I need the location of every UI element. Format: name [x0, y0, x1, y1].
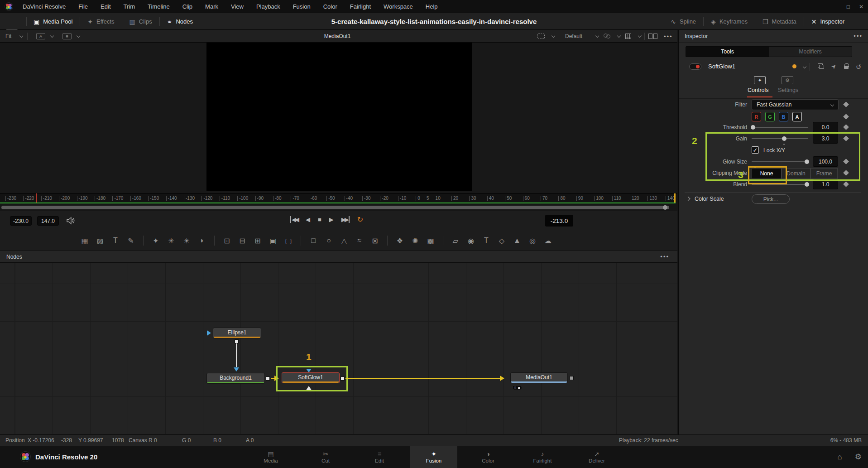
subtab-settings[interactable]: Settings	[778, 87, 798, 93]
inspector-options-menu[interactable]: •••	[854, 33, 863, 39]
page-tab-media[interactable]: ▤Media	[247, 446, 294, 468]
clipping-none-button[interactable]: None	[752, 168, 782, 179]
menu-clip[interactable]: Clip	[176, 0, 199, 13]
go-to-end-button[interactable]: ▶▶	[341, 216, 350, 223]
fastnoise-tool-icon[interactable]: ▨	[94, 235, 106, 246]
crop-tool-icon[interactable]: ▣	[267, 235, 279, 246]
rectangle-mask-icon[interactable]: □	[307, 235, 319, 246]
keyframe-diamond-icon[interactable]	[843, 101, 849, 107]
scrollbar-thumb[interactable]	[1, 206, 669, 209]
paint-tool-icon[interactable]: ✎	[125, 235, 137, 246]
close-button[interactable]: ✕	[859, 4, 863, 10]
solo-view-button[interactable]: ■	[62, 33, 72, 39]
keyframe-diamond-icon[interactable]	[843, 159, 849, 164]
page-tab-fairlight[interactable]: ♪Fairlight	[519, 446, 566, 468]
glow-tool-icon[interactable]: ❖	[394, 235, 406, 246]
page-tab-cut[interactable]: ✂Cut	[302, 446, 349, 468]
transform-tool-icon[interactable]: ⊡	[221, 235, 233, 246]
pmerge-tool-icon[interactable]: ◗	[196, 235, 208, 246]
pemitter-tool-icon[interactable]: ✳	[165, 235, 177, 246]
viewer-options-menu[interactable]: •••	[664, 33, 673, 40]
slider-thumb[interactable]	[782, 136, 786, 141]
node-output-port[interactable]	[570, 376, 574, 380]
gridwarp-tool-icon[interactable]: ▩	[425, 235, 436, 246]
gain-slider[interactable]	[752, 138, 808, 139]
pick-button[interactable]: Pick...	[752, 194, 790, 204]
scrollbar-knob[interactable]	[663, 205, 667, 210]
settings-gear-icon[interactable]: ⚙	[855, 452, 862, 462]
range-end-field[interactable]: 147.0	[37, 216, 59, 226]
lock-xy-checkbox[interactable]: ✓	[752, 146, 759, 154]
menu-view[interactable]: View	[225, 0, 250, 13]
tab-modifiers[interactable]: Modifiers	[769, 47, 852, 57]
lock-icon[interactable]	[844, 66, 849, 69]
menu-mark[interactable]: Mark	[199, 0, 225, 13]
nodes-button[interactable]: ⚭Nodes	[162, 13, 198, 30]
threshold-slider[interactable]	[752, 127, 808, 128]
stop-button[interactable]: ■	[318, 216, 321, 223]
node-ellipse1[interactable]: Ellipse1	[213, 328, 261, 338]
node-softglow1-selected[interactable]: SoftGlow1	[282, 372, 340, 383]
play-button[interactable]: ▶	[329, 216, 334, 223]
bspline-mask-icon[interactable]: ≈	[354, 235, 365, 246]
node-background1[interactable]: Background1	[206, 373, 265, 384]
node-graph[interactable]: Ellipse1 Background1 1 SoftGlow1	[0, 263, 677, 434]
polygon-mask-icon[interactable]: △	[338, 235, 350, 246]
keyframes-button[interactable]: ◈Keyframes	[705, 13, 753, 30]
preset-dropdown[interactable]: Default	[565, 33, 582, 39]
loop-button[interactable]: ↻	[357, 215, 363, 224]
reset-icon[interactable]: ↺	[856, 63, 862, 71]
page-tab-deliver[interactable]: ➚Deliver	[573, 446, 620, 468]
controls-icon[interactable]: ✦	[754, 76, 766, 84]
region-select-icon[interactable]	[537, 34, 545, 39]
menu-fusion[interactable]: Fusion	[287, 0, 317, 13]
menu-edit[interactable]: Edit	[94, 0, 117, 13]
keyframe-diamond-icon[interactable]	[843, 135, 849, 141]
time-ruler[interactable]: -230-220-210-200-190-180-170-160-150-140…	[0, 193, 677, 203]
channel-b-button[interactable]: B	[779, 112, 788, 121]
glow-size-slider[interactable]	[752, 161, 808, 162]
menu-fairlight[interactable]: Fairlight	[344, 0, 377, 13]
minimize-button[interactable]: –	[834, 4, 838, 10]
menu-file[interactable]: File	[72, 0, 94, 13]
home-icon[interactable]: ⌂	[837, 453, 842, 462]
tab-tools[interactable]: Tools	[686, 47, 769, 57]
node-color-dot[interactable]	[792, 64, 796, 68]
keyframe-diamond-icon[interactable]	[843, 170, 849, 176]
spline-button[interactable]: ∿Spline	[665, 13, 701, 30]
prender-tool-icon[interactable]: ☀	[181, 235, 192, 246]
playhead[interactable]	[36, 193, 37, 203]
maximize-button[interactable]: □	[847, 4, 850, 10]
node-mediaout1[interactable]: MediaOut1	[510, 372, 568, 383]
menu-davinci-resolve[interactable]: DaVinci Resolve	[16, 0, 72, 13]
merge3d-tool-icon[interactable]: ◇	[496, 235, 508, 246]
clipping-domain-button[interactable]: Domain	[782, 168, 810, 179]
pin-icon[interactable]: ➤	[830, 62, 838, 70]
glow-size-value[interactable]: 100.0	[813, 156, 838, 167]
color-controls-icon[interactable]	[604, 34, 611, 39]
ellipse-mask-icon[interactable]: ○	[323, 235, 335, 246]
channel-g-button[interactable]: G	[765, 112, 775, 121]
background-tool-icon[interactable]: ▦	[79, 235, 91, 246]
filter-dropdown[interactable]: Fast Gaussian	[752, 99, 839, 110]
node-output-port[interactable]	[266, 376, 270, 381]
mesh-mask-icon[interactable]: ⊠	[369, 235, 381, 246]
go-to-start-button[interactable]: ◀◀	[290, 216, 298, 223]
menu-timeline[interactable]: Timeline	[141, 0, 176, 13]
menu-trim[interactable]: Trim	[117, 0, 142, 13]
keyframe-diamond-icon[interactable]	[843, 124, 849, 130]
text3d-tool-icon[interactable]: T	[480, 235, 492, 246]
keyframe-diamond-icon[interactable]	[843, 181, 849, 187]
chevron-down-icon[interactable]	[803, 65, 806, 68]
viewer-canvas[interactable]	[0, 43, 677, 193]
resize-tool-icon[interactable]: ▢	[283, 235, 294, 246]
split-view-icon[interactable]	[648, 34, 657, 39]
fit-dropdown[interactable]: Fit	[5, 33, 11, 39]
node-enable-toggle[interactable]	[689, 63, 701, 70]
step-back-button[interactable]: ◀	[306, 216, 310, 223]
gain-value[interactable]: 3.0	[813, 133, 838, 144]
range-start-field[interactable]: -230.0	[10, 216, 32, 226]
settings-icon[interactable]: ⚙	[782, 76, 793, 84]
copy-icon[interactable]	[819, 65, 824, 69]
particles-tool-icon[interactable]: ✦	[150, 235, 162, 246]
